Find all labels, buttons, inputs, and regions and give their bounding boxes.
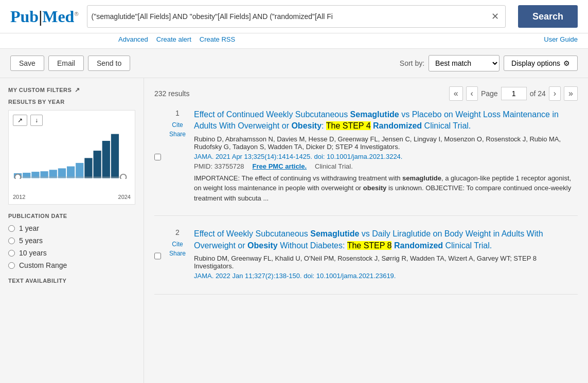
svg-rect-8 <box>84 158 92 178</box>
pub-date-10years[interactable]: 10 years <box>8 249 135 257</box>
svg-point-13 <box>15 174 21 179</box>
year-chart-container: ↗ ↓ <box>8 110 135 205</box>
article-item: 2 Cite Share Effect of Weekly Subcutaneo… <box>154 228 578 295</box>
pub-date-custom-radio[interactable] <box>8 262 15 269</box>
email-button[interactable]: Email <box>48 56 84 71</box>
chart-start-year: 2012 <box>13 194 25 200</box>
svg-rect-5 <box>58 168 66 178</box>
article-2-number: 2 <box>175 228 180 236</box>
article-1-authors: Rubino D, Abrahamsson N, Davies M, Hesse… <box>194 135 578 151</box>
logo-text: Pub <box>10 7 39 26</box>
svg-point-14 <box>120 174 126 179</box>
logo-med: ed <box>58 7 74 26</box>
article-2-checkbox[interactable] <box>154 230 161 282</box>
svg-rect-9 <box>93 151 101 178</box>
header: Pub |M ed ® ✕ Search <box>0 0 588 33</box>
svg-rect-6 <box>67 167 75 178</box>
page-total: of 24 <box>530 89 546 98</box>
svg-rect-10 <box>102 141 110 178</box>
article-2-body: Effect of Weekly Subcutaneous Semaglutid… <box>194 228 578 282</box>
article-2-actions: 2 Cite Share <box>167 228 188 282</box>
article-1-pmc[interactable]: Free PMC article. <box>253 162 307 170</box>
pub-date-custom-label: Custom Range <box>19 261 67 269</box>
prev-page-button[interactable]: ‹ <box>466 86 478 101</box>
highlight-step4: The STEP 4 <box>326 121 371 130</box>
highlight-step8: The STEP 8 <box>347 241 392 250</box>
create-rss-link[interactable]: Create RSS <box>200 35 235 43</box>
svg-rect-11 <box>111 134 119 178</box>
pub-date-5years[interactable]: 5 years <box>8 236 135 245</box>
bar-chart-svg <box>13 130 131 179</box>
toolbar: Save Email Send to Sort by: Best match M… <box>0 49 588 78</box>
article-1-cite[interactable]: Cite <box>172 121 183 129</box>
article-1-type: Clinical Trial. <box>315 162 353 170</box>
search-bar: ✕ <box>87 5 506 28</box>
logo-bookmark-icon: |M <box>39 7 58 26</box>
pub-date-10years-label: 10 years <box>19 249 47 257</box>
results-by-year-title: RESULTS BY YEAR <box>8 99 135 105</box>
article-1-meta: PMID: 33755728 Free PMC article. Clinica… <box>194 162 578 170</box>
next-page-button[interactable]: › <box>549 86 561 101</box>
search-input[interactable] <box>92 12 489 21</box>
article-1-abstract: IMPORTANCE: The effect of continuing vs … <box>194 173 578 204</box>
pub-date-5years-label: 5 years <box>19 236 43 245</box>
pub-date-title: PUBLICATION DATE <box>8 213 135 219</box>
last-page-button[interactable]: » <box>564 86 578 101</box>
external-link-icon: ↗ <box>75 86 80 94</box>
content-area: 232 results « ‹ Page of 24 › » 1 Cite Sh… <box>144 78 588 383</box>
clear-search-icon[interactable]: ✕ <box>489 9 501 24</box>
article-1-number: 1 <box>175 109 180 117</box>
main-layout: MY CUSTOM FILTERS ↗ RESULTS BY YEAR ↗ ↓ <box>0 78 588 383</box>
create-alert-link[interactable]: Create alert <box>156 35 191 43</box>
article-1-share[interactable]: Share <box>169 131 186 138</box>
pub-date-custom[interactable]: Custom Range <box>8 261 135 269</box>
chart-expand-button[interactable]: ↗ <box>13 115 27 126</box>
my-filters-title: MY CUSTOM FILTERS ↗ <box>8 86 135 94</box>
article-2-share[interactable]: Share <box>169 250 186 257</box>
advanced-link[interactable]: Advanced <box>118 35 148 43</box>
article-1-checkbox[interactable] <box>154 111 161 203</box>
search-button[interactable]: Search <box>518 5 578 28</box>
article-2-authors: Rubino DM, Greenway FL, Khalid U, O'Neil… <box>194 254 578 270</box>
article-1-journal: JAMA. 2021 Apr 13;325(14):1414-1425. doi… <box>194 153 578 160</box>
chart-end-year: 2024 <box>118 194 131 200</box>
pub-date-5years-radio[interactable] <box>8 238 15 244</box>
chart-year-labels: 2012 2024 <box>13 194 131 200</box>
svg-rect-4 <box>49 170 57 178</box>
bold-term: Semaglutide <box>350 110 399 119</box>
gear-icon: ⚙ <box>563 59 570 67</box>
sidebar: MY CUSTOM FILTERS ↗ RESULTS BY YEAR ↗ ↓ <box>0 78 144 383</box>
chart-download-button[interactable]: ↓ <box>30 115 43 126</box>
article-item: 1 Cite Share Effect of Continued Weekly … <box>154 109 578 216</box>
pub-date-10years-radio[interactable] <box>8 250 15 257</box>
user-guide-link[interactable]: User Guide <box>544 35 578 43</box>
display-options-button[interactable]: Display options ⚙ <box>504 56 578 71</box>
text-availability-section: TEXT AVAILABILITY <box>8 278 135 284</box>
pub-date-1year-label: 1 year <box>19 224 39 232</box>
svg-rect-7 <box>76 163 83 178</box>
article-2-title[interactable]: Effect of Weekly Subcutaneous Semaglutid… <box>194 228 578 251</box>
bold-term: Semaglutide <box>310 229 359 238</box>
sub-header-links: Advanced Create alert Create RSS User Gu… <box>0 33 588 49</box>
bar-chart-area <box>13 130 131 192</box>
page-number-input[interactable] <box>501 87 527 100</box>
article-1-pmid: PMID: 33755728 <box>194 162 244 170</box>
first-page-button[interactable]: « <box>449 86 463 101</box>
bold-term: Obesity <box>291 121 322 130</box>
send-to-button[interactable]: Send to <box>88 56 130 71</box>
pub-date-1year[interactable]: 1 year <box>8 224 135 232</box>
sort-select[interactable]: Best match Most recent Publication date <box>429 55 500 71</box>
article-1-title[interactable]: Effect of Continued Weekly Subcutaneous … <box>194 109 578 132</box>
article-1-actions: 1 Cite Share <box>167 109 188 203</box>
results-header: 232 results « ‹ Page of 24 › » <box>154 86 578 101</box>
pub-date-1year-radio[interactable] <box>8 225 15 232</box>
text-avail-title: TEXT AVAILABILITY <box>8 278 135 284</box>
display-options-label: Display options <box>511 59 560 67</box>
article-2-cite[interactable]: Cite <box>172 241 183 248</box>
article-1-body: Effect of Continued Weekly Subcutaneous … <box>194 109 578 203</box>
save-button[interactable]: Save <box>10 56 44 71</box>
logo-registered: ® <box>74 11 78 17</box>
bold-term: Randomized <box>373 121 422 130</box>
logo: Pub |M ed ® <box>10 7 79 26</box>
publication-date-section: PUBLICATION DATE 1 year 5 years 10 years… <box>8 213 135 269</box>
